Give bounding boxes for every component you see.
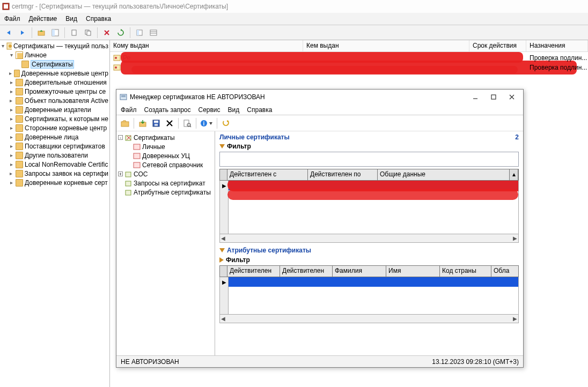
sw-menu-service[interactable]: Сервис bbox=[198, 106, 220, 114]
sw-tree-trusted[interactable]: Доверенных УЦ bbox=[142, 152, 190, 160]
menu-file[interactable]: Файл bbox=[4, 15, 20, 23]
row2-purpose: Проверка подлин... bbox=[530, 64, 587, 71]
app-name: certmgr bbox=[12, 3, 34, 10]
col-expiry[interactable]: Срок действия bbox=[469, 40, 526, 51]
close-button[interactable] bbox=[503, 91, 521, 103]
menu-help[interactable]: Справка bbox=[86, 15, 111, 23]
info-dropdown-icon[interactable]: i bbox=[199, 117, 215, 129]
tree-item[interactable]: Сторонние корневые центр bbox=[25, 124, 107, 132]
sw-tree-attr[interactable]: Атрибутные сертификаты bbox=[134, 189, 211, 196]
main-menubar: Файл Действие Вид Справка bbox=[0, 13, 588, 25]
col-purpose[interactable]: Назначения bbox=[526, 40, 588, 51]
grid1-hscroll[interactable]: ◀▶ bbox=[219, 234, 519, 243]
refresh-yellow-icon[interactable] bbox=[219, 117, 232, 129]
open-icon[interactable] bbox=[119, 117, 131, 129]
grid2-body[interactable]: ▶ bbox=[219, 277, 519, 315]
tree-item[interactable]: Доверенные лица bbox=[25, 133, 78, 141]
attr-filter-toggle[interactable]: Фильтр bbox=[215, 256, 523, 265]
svg-rect-2 bbox=[38, 31, 45, 35]
g2c6[interactable]: Обла bbox=[491, 266, 518, 277]
status-left: НЕ АВТОРИЗОВАН bbox=[121, 358, 179, 366]
sw-menu-help[interactable]: Справка bbox=[247, 106, 272, 114]
tree-item[interactable]: Объект пользователя Active bbox=[25, 97, 108, 105]
attr-icon bbox=[124, 189, 132, 196]
attr-section-header[interactable]: Атрибутные сертификаты bbox=[215, 246, 523, 256]
tree-item[interactable]: Доверенные корневые серт bbox=[25, 179, 108, 187]
request-icon bbox=[124, 180, 132, 187]
attr-filter-label: Фильтр bbox=[226, 256, 250, 264]
grid2-hscroll[interactable]: ◀▶ bbox=[219, 315, 519, 323]
list-row[interactable] bbox=[111, 63, 121, 72]
g1c2[interactable]: Действителен по bbox=[308, 169, 378, 180]
tree-item[interactable]: Поставщики сертификатов bbox=[25, 143, 105, 150]
delete-x-icon[interactable] bbox=[163, 117, 176, 129]
folder-icon bbox=[14, 70, 20, 77]
tree-item[interactable]: Доверенные издатели bbox=[25, 106, 91, 114]
up-folder-icon[interactable] bbox=[35, 27, 48, 39]
sw-tree-personal[interactable]: Личные bbox=[142, 143, 165, 151]
minimize-button[interactable] bbox=[466, 91, 484, 103]
delete-icon[interactable] bbox=[100, 27, 113, 39]
menu-view[interactable]: Вид bbox=[65, 15, 77, 23]
tree-item[interactable]: Промежуточные центры се bbox=[25, 88, 106, 95]
copy-icon[interactable] bbox=[82, 27, 94, 39]
subwin-menubar: Файл Создать запрос Сервис Вид Справка bbox=[116, 105, 523, 115]
col-issued-by[interactable]: Кем выдан bbox=[303, 40, 469, 51]
filter-label: Фильтр bbox=[227, 143, 251, 150]
tree-root[interactable]: Сертификаты — текущий польз bbox=[13, 42, 108, 50]
sw-tree-root[interactable]: Сертификаты bbox=[134, 134, 175, 142]
filter-input[interactable] bbox=[219, 152, 519, 167]
cert-icon bbox=[113, 54, 121, 62]
svg-rect-35 bbox=[134, 144, 140, 150]
subwin-title: Менеджер сертификатов НЕ АВТОРИЗОВАН bbox=[130, 93, 265, 101]
subwin-app-icon bbox=[120, 93, 127, 101]
back-icon[interactable] bbox=[2, 27, 15, 39]
tree-personal[interactable]: Личное bbox=[25, 51, 47, 59]
list-icon[interactable] bbox=[147, 27, 160, 39]
refresh-icon[interactable] bbox=[114, 27, 127, 39]
subwin-toolbar: i bbox=[116, 115, 523, 131]
preview-icon[interactable] bbox=[181, 117, 194, 129]
tree-item[interactable]: Local NonRemovable Certific bbox=[25, 161, 108, 168]
tree-item[interactable]: Сертификаты, к которым не bbox=[25, 115, 108, 123]
import-icon[interactable] bbox=[136, 117, 149, 129]
sw-menu-file[interactable]: Файл bbox=[121, 106, 137, 114]
tree-item[interactable]: Другие пользователи bbox=[25, 152, 88, 159]
svg-rect-28 bbox=[155, 124, 158, 126]
menu-action[interactable]: Действие bbox=[29, 15, 57, 23]
svg-rect-4 bbox=[52, 29, 55, 36]
filter-toggle[interactable]: Фильтр bbox=[215, 142, 523, 152]
g2c5[interactable]: Код страны bbox=[440, 266, 491, 277]
g2c1[interactable]: Действителен bbox=[227, 266, 280, 277]
tree-item[interactable]: Доверительные отношения bbox=[25, 79, 107, 86]
tree-item[interactable]: Запросы заявок на сертифи bbox=[25, 170, 108, 177]
folder-icon bbox=[16, 115, 23, 123]
g2c3[interactable]: Фамилия bbox=[333, 266, 386, 277]
cut-icon[interactable] bbox=[68, 27, 80, 39]
sw-menu-create[interactable]: Создать запрос bbox=[144, 106, 191, 114]
main-tree[interactable]: ▾Сертификаты — текущий польз ▾Личное Сер… bbox=[0, 40, 110, 387]
cert-group-icon bbox=[124, 134, 132, 142]
g1c1[interactable]: Действителен с bbox=[227, 169, 308, 180]
sw-menu-view[interactable]: Вид bbox=[228, 106, 240, 114]
title-path: [Сертификаты — текущий пользователь\Личн… bbox=[39, 3, 228, 10]
attr-section-title: Атрибутные сертификаты bbox=[227, 247, 311, 254]
g2c4[interactable]: Имя bbox=[386, 266, 440, 277]
maximize-button[interactable] bbox=[484, 91, 503, 103]
save-icon[interactable] bbox=[150, 117, 163, 129]
subwin-tree[interactable]: -Сертификаты Личные Доверенных УЦ Сетево… bbox=[116, 131, 215, 355]
sw-tree-crl[interactable]: СОС bbox=[134, 170, 148, 178]
g2c2[interactable]: Действителен bbox=[280, 266, 333, 277]
col-issued-to[interactable]: Кому выдан bbox=[110, 40, 303, 51]
tree-certs[interactable]: Сертификаты bbox=[31, 60, 74, 69]
sw-tree-net[interactable]: Сетевой справочник bbox=[142, 161, 203, 169]
tree-item[interactable]: Доверенные корневые центр bbox=[21, 70, 108, 77]
grid1-body[interactable]: ▶ bbox=[219, 181, 519, 234]
folder-icon bbox=[16, 133, 23, 141]
g1c3[interactable]: Общие данные bbox=[378, 169, 510, 180]
grid1-header: Действителен с Действителен по Общие дан… bbox=[219, 169, 519, 181]
forward-icon[interactable] bbox=[16, 27, 29, 39]
export-icon[interactable] bbox=[133, 27, 146, 39]
show-tree-icon[interactable] bbox=[49, 27, 62, 39]
sw-tree-requests[interactable]: Запросы на сертификат bbox=[134, 180, 205, 187]
